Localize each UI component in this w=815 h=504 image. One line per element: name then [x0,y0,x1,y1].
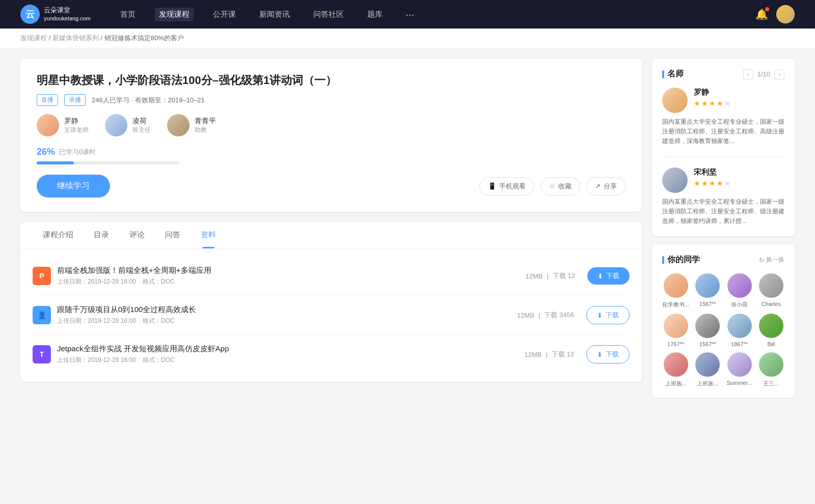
share-label: 分享 [604,182,617,191]
resource-item-1: P 前端全栈加强版！前端全栈+全周期+多端应用 上传日期：2019-12-28 … [33,257,630,296]
resource-info-2: 跟随千万级项目从0到100全过程高效成长 上传日期：2019-12-28 16:… [57,305,505,325]
nav-item-quiz[interactable]: 题库 [363,8,387,21]
progress-section: 26% 已学习0课时 [37,147,626,164]
classmate-name-11: Summer... [727,380,752,386]
download-button-2[interactable]: ⬇ 下载 [586,306,630,324]
user-avatar-nav[interactable] [776,5,795,23]
notification-dot [765,7,769,11]
continue-button[interactable]: 继续学习 [37,175,110,198]
teacher-desc-1: 国内某重点大学安全工程专业硕士，国家一级注册消防工程师、注册安全工程师、高级注册… [662,117,784,147]
notification-bell[interactable]: 🔔 [755,8,768,20]
breadcrumb-discover[interactable]: 发现课程 [20,34,47,42]
classmate-name-1: 化学教书... [662,301,689,309]
refresh-button[interactable]: ↻ 换一换 [759,256,784,264]
progress-bar-fill [37,161,74,164]
download-button-3[interactable]: ⬇ 下载 [586,345,630,363]
resource-size-2: 12MB [517,312,534,319]
resource-title-3: Jetpack全组件实战 开发短视频应用高仿皮皮虾App [57,344,512,354]
classmate-avatar-8[interactable] [759,314,783,338]
course-actions: 继续学习 📱 手机观看 ☆ 收藏 ↗ 分享 [37,175,626,198]
teacher-card-header: 名师 ‹ 1/10 › [662,69,784,79]
collect-button[interactable]: ☆ 收藏 [540,177,580,195]
classmate-avatar-11[interactable] [727,352,752,377]
share-button[interactable]: ↗ 分享 [586,177,626,195]
classmate-name-8: Bill [768,341,775,347]
resource-sub-3: 上传日期：2019-12-28 16:00 格式：DOC [57,356,512,365]
tabs-header: 课程介绍 目录 评论 问答 资料 [20,222,642,248]
download-button-1[interactable]: ⬇ 下载 [587,267,630,285]
resource-size-3: 12MB [525,351,542,358]
classmate-avatar-3[interactable] [727,273,752,298]
teacher-next-button[interactable]: › [774,69,784,79]
teacher-stars-1: ★ ★ ★ ★ ★ [694,99,731,107]
logo-text: 云朵课堂yundouketang.com [44,6,91,22]
nav-item-news[interactable]: 新闻资讯 [255,8,294,21]
tab-review[interactable]: 评论 [119,222,155,248]
teacher-card-title: 名师 [662,69,684,79]
resource-format-2: 格式：DOC [143,317,175,324]
instructor-role-2: 班主任 [132,126,151,134]
classmates-grid: 化学教书... 1567** 张小田 Charles 1767** [662,273,784,387]
teacher-name-area-1: 罗静 ★ ★ ★ ★ ★ [694,88,731,107]
classmate-avatar-7[interactable] [727,314,752,338]
classmate-avatar-1[interactable] [664,273,688,298]
nav-item-public[interactable]: 公开课 [209,8,240,21]
classmate-avatar-4[interactable] [759,273,783,298]
breadcrumb: 发现课程 / 新媒体营销系列 / 销冠修炼术搞定80%的客户 [0,29,815,48]
mobile-watch-label: 手机观看 [499,182,526,191]
nav-item-qa[interactable]: 问答社区 [309,8,348,21]
resource-icon-3: T [33,345,51,363]
classmate-item-3: 张小田 [726,273,752,309]
classmate-item-6: 1567** [694,314,721,347]
tag-record: 录播 [64,94,86,106]
classmates-card: 你的同学 ↻ 换一换 化学教书... 1567** 张小田 [652,244,795,398]
classmate-name-3: 张小田 [731,301,748,309]
classmate-item-7: 1867** [726,314,752,347]
action-buttons: 📱 手机观看 ☆ 收藏 ↗ 分享 [479,177,626,195]
instructor-role-3: 助教 [195,126,216,134]
resource-sub-1: 上传日期：2019-12-28 16:00 格式：DOC [57,277,513,286]
resource-date-3: 上传日期：2019-12-28 16:00 [57,356,136,363]
teacher-desc-2: 国内某重点大学安全工程专业硕士，国家一级注册消防工程师、注册安全工程师、级注册建… [662,197,784,227]
mobile-watch-button[interactable]: 📱 手机观看 [479,177,534,195]
classmate-avatar-6[interactable] [695,314,720,338]
tab-resources[interactable]: 资料 [191,222,226,248]
classmate-item-1: 化学教书... [662,273,689,309]
nav-item-more[interactable]: ··· [402,7,419,22]
resource-format-1: 格式：DOC [143,278,175,285]
classmate-item-9: 上班族... [662,352,689,387]
star-icon: ☆ [549,182,555,190]
classmate-name-12: 王三... [763,380,779,387]
nav-item-discover[interactable]: 发现课程 [155,8,194,21]
teacher-prev-button[interactable]: ‹ [743,69,753,79]
classmate-avatar-9[interactable] [664,352,688,377]
classmate-avatar-2[interactable] [695,273,720,298]
breadcrumb-series[interactable]: 新媒体营销系列 [52,34,99,42]
resource-date-1: 上传日期：2019-12-28 16:00 [57,278,136,285]
course-title: 明星中教授课，小学阶段语法100分–强化级第1讲动词（一） [37,73,626,88]
resource-stats-1: 12MB | 下载 12 [526,271,575,281]
classmate-item-2: 1567** [694,273,721,309]
tab-qa[interactable]: 问答 [155,222,191,248]
teacher-stars-2: ★ ★ ★ ★ ★ [694,179,731,187]
teacher-top-2: 宋利坚 ★ ★ ★ ★ ★ [662,167,784,193]
classmate-avatar-5[interactable] [664,314,688,338]
progress-bar-bg [37,161,179,164]
tab-intro[interactable]: 课程介绍 [33,222,84,248]
nav-item-home[interactable]: 首页 [116,8,140,21]
tab-catalog[interactable]: 目录 [84,222,119,248]
mobile-icon: 📱 [488,182,496,190]
logo[interactable]: 云 云朵课堂yundouketang.com [20,5,91,24]
classmate-avatar-12[interactable] [759,352,783,377]
classmate-name-5: 1767** [667,341,684,347]
teacher-entry-1: 罗静 ★ ★ ★ ★ ★ 国内某重点大学安全工程专业硕士，国家一级注册消防工程师… [662,88,784,157]
download-icon-2: ⬇ [597,312,603,319]
resource-format-3: 格式：DOC [143,356,175,363]
resource-title-2: 跟随千万级项目从0到100全过程高效成长 [57,305,505,315]
resource-date-2: 上传日期：2019-12-28 16:00 [57,317,136,324]
classmate-avatar-10[interactable] [695,352,720,377]
main-container: 明星中教授课，小学阶段语法100分–强化级第1讲动词（一） 直播 录播 246人… [0,48,815,408]
teacher-name-1: 罗静 [694,88,731,97]
instructor-3: 青青平 助教 [167,114,216,136]
classmate-item-11: Summer... [726,352,752,387]
